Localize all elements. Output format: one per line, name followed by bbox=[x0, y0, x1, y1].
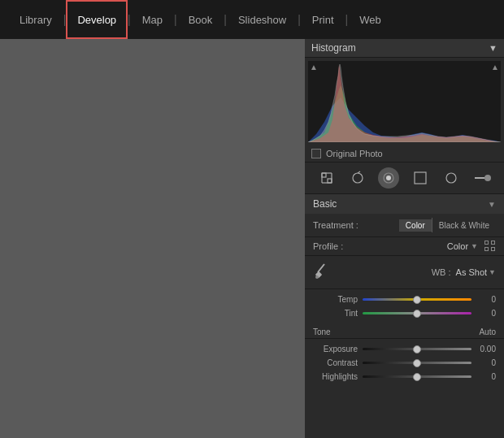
histogram-title: Histogram bbox=[311, 42, 356, 54]
exposure-thumb[interactable] bbox=[413, 345, 421, 353]
histogram-arrows: ▲ ▲ bbox=[310, 63, 499, 72]
nav-book-label: Book bbox=[189, 14, 213, 26]
original-photo-checkbox[interactable] bbox=[311, 149, 321, 158]
treatment-row: Treatment : Color Black & White bbox=[305, 214, 504, 236]
nav-web-label: Web bbox=[359, 14, 381, 26]
histogram-header: Histogram ▼ bbox=[305, 39, 504, 58]
svg-rect-2 bbox=[328, 179, 332, 183]
svg-point-7 bbox=[353, 173, 363, 183]
wb-value: As Shot bbox=[456, 267, 488, 277]
graduated-filter-icon bbox=[413, 171, 428, 185]
basic-chevron-icon: ▼ bbox=[488, 200, 496, 209]
spot-heal-icon bbox=[350, 171, 365, 185]
svg-rect-1 bbox=[322, 173, 326, 177]
contrast-slider-row: Contrast 0 bbox=[313, 356, 496, 370]
tint-slider-row: Tint 0 bbox=[313, 306, 496, 320]
crop-icon bbox=[319, 171, 334, 185]
exposure-value: 0.00 bbox=[476, 345, 496, 353]
radial-filter-tool[interactable] bbox=[441, 167, 462, 189]
treatment-options: Color Black & White bbox=[399, 218, 496, 232]
exposure-slider[interactable] bbox=[363, 348, 471, 350]
treatment-color-btn[interactable]: Color bbox=[399, 219, 432, 232]
profile-row: Profile : Color ▼ bbox=[305, 236, 504, 255]
graduated-filter-tool[interactable] bbox=[410, 167, 431, 189]
treatment-color-label: Color bbox=[406, 221, 425, 230]
svg-point-14 bbox=[484, 175, 491, 181]
histogram-chart bbox=[308, 61, 501, 142]
crop-tool[interactable] bbox=[316, 167, 337, 189]
tools-row bbox=[305, 163, 504, 194]
svg-point-12 bbox=[446, 173, 456, 183]
contrast-label: Contrast bbox=[313, 358, 358, 367]
nav-develop-label: Develop bbox=[77, 14, 116, 26]
nav-slideshow[interactable]: Slideshow bbox=[227, 0, 298, 39]
temp-value: 0 bbox=[476, 295, 496, 304]
profile-select[interactable]: Color ▼ bbox=[447, 241, 478, 251]
wb-label: WB : bbox=[432, 267, 451, 277]
radial-filter-icon bbox=[444, 171, 458, 185]
highlights-label: Highlights bbox=[313, 372, 358, 381]
contrast-thumb[interactable] bbox=[413, 359, 421, 367]
profile-label: Profile : bbox=[313, 241, 343, 251]
contrast-slider[interactable] bbox=[363, 362, 471, 364]
basic-section-header[interactable]: Basic ▼ bbox=[305, 194, 504, 214]
nav-web[interactable]: Web bbox=[348, 0, 393, 39]
tone-header-row: Tone Auto bbox=[305, 323, 504, 338]
develop-tool[interactable] bbox=[378, 167, 399, 189]
treatment-bw-label: Black & White bbox=[439, 221, 489, 230]
basic-section-title: Basic bbox=[313, 198, 337, 210]
develop-icon bbox=[381, 171, 396, 185]
auto-button[interactable]: Auto bbox=[479, 327, 496, 336]
tint-slider[interactable] bbox=[363, 312, 471, 314]
nav-slideshow-label: Slideshow bbox=[238, 14, 286, 26]
original-photo-label: Original Photo bbox=[326, 149, 383, 158]
top-navigation: Library | Develop | Map | Book | Slidesh… bbox=[0, 0, 504, 39]
adjustment-brush-tool[interactable] bbox=[471, 167, 493, 189]
nav-book[interactable]: Book bbox=[177, 0, 224, 39]
eyedropper-icon[interactable] bbox=[313, 261, 329, 284]
profile-controls: Color ▼ bbox=[447, 241, 496, 252]
exposure-slider-row: Exposure 0.00 bbox=[313, 342, 496, 356]
profile-dropdown-icon: ▼ bbox=[471, 242, 478, 250]
highlights-slider[interactable] bbox=[363, 375, 471, 378]
treatment-bw-btn[interactable]: Black & White bbox=[432, 219, 496, 232]
histogram-container: ▲ ▲ bbox=[308, 61, 501, 142]
preview-panel bbox=[0, 39, 305, 438]
histogram-chevron-icon[interactable]: ▼ bbox=[489, 43, 497, 53]
nav-library-label: Library bbox=[20, 14, 52, 26]
highlights-thumb[interactable] bbox=[413, 373, 421, 381]
temp-label: Temp bbox=[313, 295, 358, 304]
nav-develop[interactable]: Develop bbox=[66, 0, 128, 39]
treatment-label: Treatment : bbox=[313, 220, 358, 230]
wb-select[interactable]: As Shot ▼ bbox=[456, 267, 496, 277]
nav-library[interactable]: Library bbox=[8, 0, 63, 39]
svg-point-17 bbox=[315, 275, 319, 279]
histogram-arrow-left-icon[interactable]: ▲ bbox=[310, 63, 318, 72]
right-panel: Histogram ▼ ▲ ▲ bbox=[305, 39, 504, 438]
temp-tint-group: Temp 0 Tint 0 bbox=[305, 288, 504, 323]
wb-row: WB : As Shot ▼ bbox=[305, 255, 504, 288]
histogram-arrow-right-icon[interactable]: ▲ bbox=[491, 63, 499, 72]
wb-dropdown-icon: ▼ bbox=[489, 268, 496, 276]
tone-sliders-group: Exposure 0.00 Contrast 0 Highlights 0 bbox=[305, 338, 504, 387]
nav-print[interactable]: Print bbox=[301, 0, 345, 39]
nav-map[interactable]: Map bbox=[131, 0, 174, 39]
highlights-value: 0 bbox=[476, 372, 496, 381]
svg-line-8 bbox=[358, 171, 360, 173]
temp-thumb[interactable] bbox=[413, 296, 421, 304]
tint-label: Tint bbox=[313, 309, 358, 318]
temp-slider[interactable] bbox=[363, 298, 471, 301]
highlights-slider-row: Highlights 0 bbox=[313, 370, 496, 384]
nav-map-label: Map bbox=[142, 14, 163, 26]
profile-grid-icon[interactable] bbox=[484, 241, 496, 252]
svg-point-10 bbox=[386, 176, 391, 180]
adjustment-brush-icon bbox=[473, 172, 491, 184]
exposure-label: Exposure bbox=[313, 345, 358, 353]
nav-print-label: Print bbox=[312, 14, 334, 26]
main-area: Histogram ▼ ▲ ▲ bbox=[0, 39, 504, 438]
original-photo-row: Original Photo bbox=[305, 145, 504, 163]
tone-label: Tone bbox=[313, 327, 331, 336]
eyedropper-svg bbox=[313, 261, 329, 280]
spot-heal-tool[interactable] bbox=[347, 167, 368, 189]
tint-thumb[interactable] bbox=[413, 310, 421, 318]
